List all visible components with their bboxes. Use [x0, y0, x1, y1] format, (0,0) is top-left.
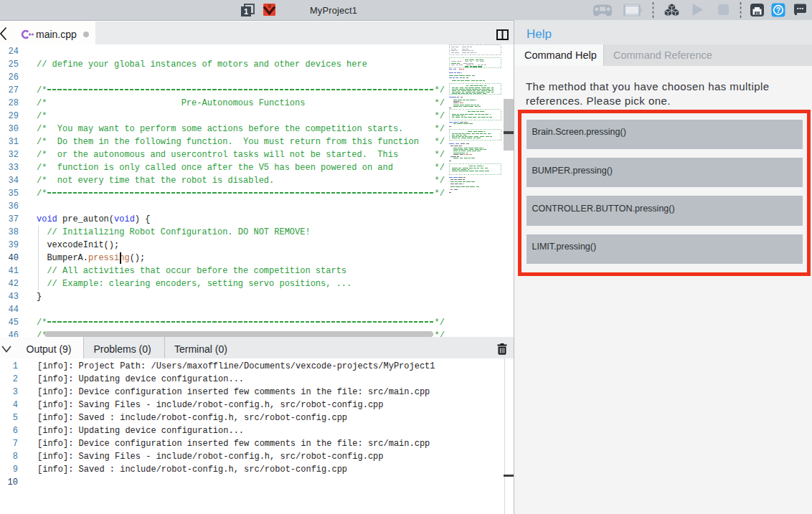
svg-text:?: ?	[776, 6, 780, 14]
svg-text:(): ()	[268, 4, 271, 8]
svg-text:1: 1	[244, 7, 248, 16]
